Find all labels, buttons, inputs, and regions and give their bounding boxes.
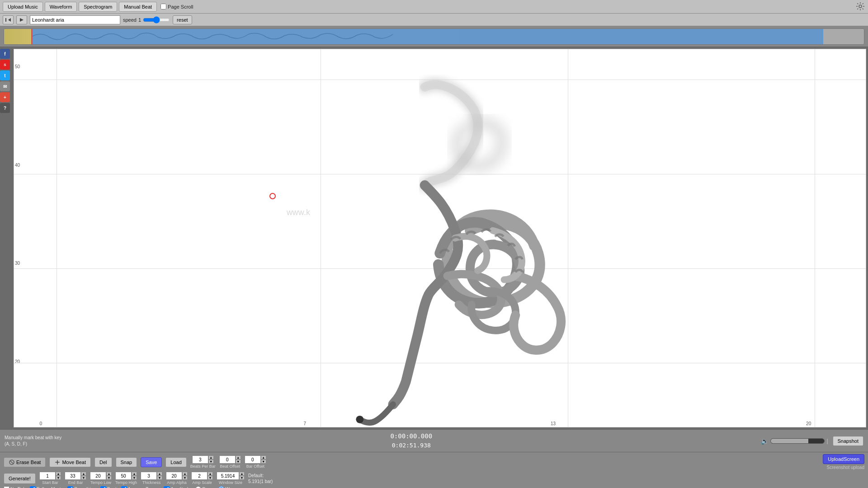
bar-offset-group: ▲ ▼ Bar Offset (245, 455, 266, 469)
hint-line2: (A, S, D, F) (5, 441, 61, 447)
time-total: 0:02:51.938 (66, 441, 756, 450)
amp-scale-input[interactable] (191, 472, 208, 480)
svg-line-5 (10, 461, 13, 464)
y-label-50: 50 (15, 64, 20, 69)
beat-checkbox[interactable] (100, 486, 106, 488)
upload-music-button[interactable]: Upload Music (3, 2, 43, 12)
help-icon[interactable]: ? (0, 103, 10, 113)
grid-v-1 (57, 49, 57, 427)
average-tempo-label[interactable]: Average Tempo (121, 486, 160, 488)
tempo-low-up[interactable]: ▲ (106, 472, 112, 476)
follow-music-checkbox[interactable] (30, 486, 36, 488)
twitter-icon[interactable]: t (0, 70, 10, 80)
amp-scale-down[interactable]: ▼ (208, 476, 213, 480)
thickness-down[interactable]: ▼ (157, 476, 162, 480)
snapshot-button[interactable]: Snapshot (833, 436, 863, 446)
load-button[interactable]: Load (165, 457, 186, 467)
amp-alpha-up[interactable]: ▲ (182, 472, 188, 476)
main-area: f S t ✉ + ? 50 40 30 20 0 7 13 20 (0, 47, 868, 429)
no-tick-checkbox[interactable] (4, 486, 9, 488)
snap-button[interactable]: Snap (116, 457, 137, 467)
time-display: 0:00:00.000 0:02:51.938 (66, 432, 756, 450)
erase-beat-label: Erase Beat (16, 460, 41, 465)
end-bar-input[interactable] (65, 472, 81, 480)
beat-label[interactable]: Beat (100, 486, 117, 488)
worm-label[interactable]: Worm (218, 486, 237, 488)
beat-offset-group: ▲ ▼ Beat Offset (219, 455, 241, 469)
beats-per-bar-down[interactable]: ▼ (208, 460, 214, 464)
facebook-icon[interactable]: f (0, 49, 10, 59)
thickness-up[interactable]: ▲ (157, 472, 162, 476)
curve-label[interactable]: Curve (195, 486, 214, 488)
end-bar-up[interactable]: ▲ (81, 472, 86, 476)
smoothing-label[interactable]: Smoothing (67, 486, 96, 488)
no-tick-label[interactable]: No Tick (4, 486, 25, 488)
sina-icon[interactable]: S (0, 60, 10, 70)
end-bar-label: End Bar (68, 480, 83, 485)
tempo-low-group: ▲ ▼ Tempo Low (90, 472, 112, 485)
viz-area[interactable]: 50 40 30 20 0 7 13 20 www.k (14, 49, 866, 427)
amp-alpha-down[interactable]: ▼ (182, 476, 188, 480)
thickness-input[interactable] (141, 472, 157, 480)
follow-music-label[interactable]: Follow Music (30, 486, 63, 488)
bar-offset-up[interactable]: ▲ (261, 455, 266, 460)
grid-h-4 (14, 363, 866, 363)
play-button[interactable] (16, 15, 27, 24)
rewind-button[interactable] (3, 15, 14, 24)
bar-offset-down[interactable]: ▼ (261, 460, 266, 464)
window-size-up[interactable]: ▲ (239, 472, 245, 476)
upload-screen-button[interactable]: UploadScreen (823, 454, 864, 464)
email-icon[interactable]: ✉ (0, 81, 10, 91)
tempo-low-down[interactable]: ▼ (106, 476, 112, 480)
spectrogram-button[interactable]: Spectrogram (79, 2, 117, 12)
del-button[interactable]: Del (94, 457, 112, 467)
end-bar-down[interactable]: ▼ (81, 476, 86, 480)
amp-scale-up[interactable]: ▲ (208, 472, 213, 476)
average-tempo-checkbox[interactable] (121, 486, 127, 488)
grid-h-2 (14, 174, 866, 174)
tempo-low-input[interactable] (90, 472, 106, 480)
curve-radio[interactable] (195, 486, 201, 488)
social-sidebar: f S t ✉ + ? (0, 47, 12, 429)
waveform-playhead (31, 29, 33, 44)
window-size-input[interactable] (217, 472, 239, 480)
track-name-input[interactable] (30, 15, 120, 24)
tempo-high-up[interactable]: ▲ (132, 472, 137, 476)
start-bar-down[interactable]: ▼ (56, 476, 61, 480)
smoothing-checkbox[interactable] (67, 486, 73, 488)
tempo-high-input[interactable] (115, 472, 132, 480)
settings-icon[interactable] (855, 1, 865, 11)
speed-slider[interactable] (143, 16, 170, 23)
bar-offset-input[interactable] (245, 455, 261, 464)
manual-beat-button[interactable]: Manual Beat (119, 2, 157, 12)
beats-per-bar-up[interactable]: ▲ (208, 455, 214, 460)
waveform-track[interactable] (4, 28, 864, 45)
move-beat-label: Move Beat (62, 460, 86, 465)
page-scroll-checkbox[interactable] (160, 4, 166, 9)
beats-per-bar-input[interactable] (192, 455, 208, 464)
worm-tail-dot (356, 416, 363, 423)
move-beat-button[interactable]: Move Beat (49, 457, 91, 467)
start-bar-up[interactable]: ▲ (56, 472, 61, 476)
waveform-button[interactable]: Waveform (45, 2, 77, 12)
google-plus-icon[interactable]: + (0, 92, 10, 102)
window-size-down[interactable]: ▼ (239, 476, 245, 480)
beat-offset-down[interactable]: ▼ (236, 460, 241, 464)
amplitude-label[interactable]: Amplitude (164, 486, 190, 488)
beat-offset-input[interactable] (219, 455, 236, 464)
amp-alpha-input[interactable] (166, 472, 182, 480)
tempo-high-down[interactable]: ▼ (132, 476, 137, 480)
reset-button[interactable]: reset (173, 15, 192, 24)
amplitude-checkbox[interactable] (164, 486, 170, 488)
beat-offset-up[interactable]: ▲ (236, 455, 241, 460)
start-bar-input[interactable] (39, 472, 56, 480)
volume-slider[interactable] (770, 438, 825, 444)
top-bar: Upload Music Waveform Spectrogram Manual… (0, 0, 868, 14)
save-button[interactable]: Save (141, 457, 162, 467)
beat-offset-label: Beat Offset (220, 464, 240, 469)
controls-bar: Erase Beat Move Beat Del Snap Save Load … (0, 452, 868, 488)
generate-button[interactable]: Generate! (4, 473, 36, 484)
worm-radio[interactable] (218, 486, 224, 488)
erase-beat-button[interactable]: Erase Beat (4, 457, 46, 467)
controls-row1: Erase Beat Move Beat Del Snap Save Load … (4, 454, 864, 470)
